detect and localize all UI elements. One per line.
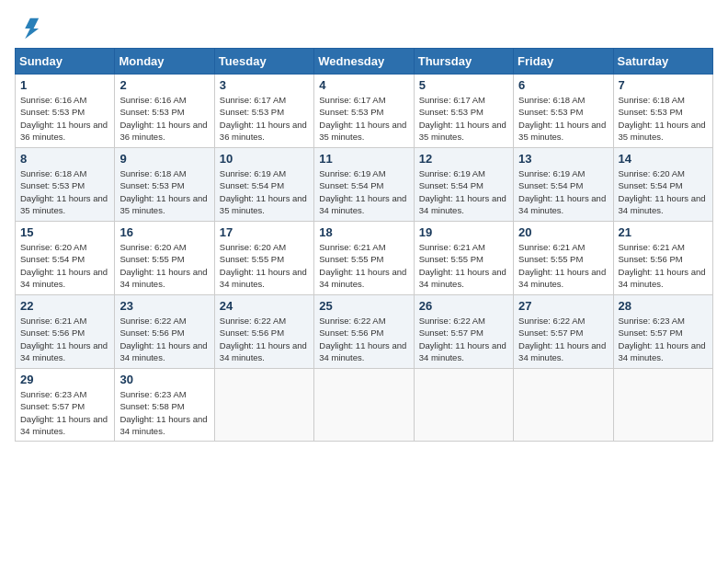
logo — [15, 15, 44, 40]
day-info: Sunrise: 6:21 AMSunset: 5:55 PMDaylight:… — [518, 241, 608, 290]
calendar-week-1: 1Sunrise: 6:16 AMSunset: 5:53 PMDaylight… — [16, 75, 713, 148]
day-info: Sunrise: 6:20 AMSunset: 5:54 PMDaylight:… — [619, 167, 708, 216]
day-info: Sunrise: 6:20 AMSunset: 5:54 PMDaylight:… — [20, 241, 109, 290]
day-info: Sunrise: 6:23 AMSunset: 5:58 PMDaylight:… — [119, 388, 209, 437]
calendar-cell: 9Sunrise: 6:18 AMSunset: 5:53 PMDaylight… — [115, 148, 214, 222]
day-number: 6 — [518, 78, 608, 92]
day-number: 2 — [119, 78, 209, 92]
day-number: 22 — [20, 299, 109, 313]
day-info: Sunrise: 6:18 AMSunset: 5:53 PMDaylight:… — [119, 167, 209, 216]
day-number: 25 — [319, 299, 408, 313]
day-number: 30 — [119, 373, 209, 386]
calendar-cell: 14Sunrise: 6:20 AMSunset: 5:54 PMDayligh… — [613, 148, 712, 222]
calendar-week-2: 8Sunrise: 6:18 AMSunset: 5:53 PMDaylight… — [16, 148, 713, 222]
calendar-cell: 27Sunrise: 6:22 AMSunset: 5:57 PMDayligh… — [514, 295, 613, 369]
calendar-cell: 21Sunrise: 6:21 AMSunset: 5:56 PMDayligh… — [613, 222, 712, 295]
day-number: 18 — [319, 225, 408, 239]
day-info: Sunrise: 6:21 AMSunset: 5:56 PMDaylight:… — [20, 315, 109, 363]
calendar-cell: 6Sunrise: 6:18 AMSunset: 5:53 PMDaylight… — [514, 75, 613, 148]
day-number: 10 — [220, 152, 309, 166]
calendar-header — [15, 15, 713, 40]
weekday-header-tuesday: Tuesday — [214, 49, 313, 75]
day-info: Sunrise: 6:22 AMSunset: 5:56 PMDaylight:… — [319, 315, 408, 363]
day-number: 14 — [619, 152, 708, 166]
calendar-cell: 8Sunrise: 6:18 AMSunset: 5:53 PMDaylight… — [16, 148, 115, 222]
day-info: Sunrise: 6:20 AMSunset: 5:55 PMDaylight:… — [119, 241, 209, 290]
day-info: Sunrise: 6:17 AMSunset: 5:53 PMDaylight:… — [220, 94, 309, 143]
day-info: Sunrise: 6:22 AMSunset: 5:56 PMDaylight:… — [119, 315, 209, 363]
day-info: Sunrise: 6:17 AMSunset: 5:53 PMDaylight:… — [419, 94, 508, 143]
calendar-cell: 26Sunrise: 6:22 AMSunset: 5:57 PMDayligh… — [414, 295, 513, 369]
weekday-header-friday: Friday — [514, 49, 613, 75]
calendar-cell — [214, 369, 313, 442]
day-info: Sunrise: 6:22 AMSunset: 5:57 PMDaylight:… — [518, 315, 608, 363]
calendar-cell: 25Sunrise: 6:22 AMSunset: 5:56 PMDayligh… — [314, 295, 414, 369]
day-number: 4 — [319, 78, 408, 92]
day-number: 9 — [119, 152, 209, 166]
day-info: Sunrise: 6:17 AMSunset: 5:53 PMDaylight:… — [319, 94, 408, 143]
calendar-cell: 28Sunrise: 6:23 AMSunset: 5:57 PMDayligh… — [613, 295, 712, 369]
day-info: Sunrise: 6:16 AMSunset: 5:53 PMDaylight:… — [20, 94, 109, 143]
day-info: Sunrise: 6:22 AMSunset: 5:56 PMDaylight:… — [220, 315, 309, 363]
calendar-cell: 16Sunrise: 6:20 AMSunset: 5:55 PMDayligh… — [115, 222, 214, 295]
day-number: 8 — [20, 152, 109, 166]
calendar-cell: 17Sunrise: 6:20 AMSunset: 5:55 PMDayligh… — [214, 222, 313, 295]
calendar-cell: 7Sunrise: 6:18 AMSunset: 5:53 PMDaylight… — [613, 75, 712, 148]
day-info: Sunrise: 6:19 AMSunset: 5:54 PMDaylight:… — [220, 167, 309, 216]
weekday-header-wednesday: Wednesday — [314, 49, 414, 75]
calendar-cell: 10Sunrise: 6:19 AMSunset: 5:54 PMDayligh… — [214, 148, 313, 222]
day-number: 17 — [220, 225, 309, 239]
day-number: 3 — [220, 78, 309, 92]
weekday-header-saturday: Saturday — [613, 49, 712, 75]
calendar-cell: 23Sunrise: 6:22 AMSunset: 5:56 PMDayligh… — [115, 295, 214, 369]
calendar-cell — [314, 369, 414, 442]
day-number: 1 — [20, 78, 109, 92]
day-number: 15 — [20, 225, 109, 239]
calendar-cell: 22Sunrise: 6:21 AMSunset: 5:56 PMDayligh… — [16, 295, 115, 369]
day-info: Sunrise: 6:19 AMSunset: 5:54 PMDaylight:… — [419, 167, 508, 216]
day-number: 19 — [419, 225, 508, 239]
day-info: Sunrise: 6:19 AMSunset: 5:54 PMDaylight:… — [518, 167, 608, 216]
calendar-table: SundayMondayTuesdayWednesdayThursdayFrid… — [15, 48, 713, 442]
logo-icon — [15, 15, 40, 40]
day-number: 11 — [319, 152, 408, 166]
day-info: Sunrise: 6:18 AMSunset: 5:53 PMDaylight:… — [518, 94, 608, 143]
calendar-cell — [514, 369, 613, 442]
day-number: 21 — [619, 225, 708, 239]
weekday-header-row: SundayMondayTuesdayWednesdayThursdayFrid… — [16, 49, 713, 75]
calendar-cell — [613, 369, 712, 442]
day-info: Sunrise: 6:23 AMSunset: 5:57 PMDaylight:… — [619, 315, 708, 363]
calendar-week-5: 29Sunrise: 6:23 AMSunset: 5:57 PMDayligh… — [16, 369, 713, 442]
calendar-cell: 2Sunrise: 6:16 AMSunset: 5:53 PMDaylight… — [115, 75, 214, 148]
weekday-header-thursday: Thursday — [414, 49, 513, 75]
day-info: Sunrise: 6:23 AMSunset: 5:57 PMDaylight:… — [20, 388, 109, 437]
day-number: 28 — [619, 299, 708, 313]
calendar-cell: 20Sunrise: 6:21 AMSunset: 5:55 PMDayligh… — [514, 222, 613, 295]
calendar-cell: 4Sunrise: 6:17 AMSunset: 5:53 PMDaylight… — [314, 75, 414, 148]
weekday-header-monday: Monday — [115, 49, 214, 75]
day-info: Sunrise: 6:21 AMSunset: 5:56 PMDaylight:… — [619, 241, 708, 290]
day-info: Sunrise: 6:18 AMSunset: 5:53 PMDaylight:… — [619, 94, 708, 143]
day-info: Sunrise: 6:22 AMSunset: 5:57 PMDaylight:… — [419, 315, 508, 363]
day-info: Sunrise: 6:20 AMSunset: 5:55 PMDaylight:… — [220, 241, 309, 290]
day-number: 24 — [220, 299, 309, 313]
calendar-cell — [414, 369, 513, 442]
day-number: 12 — [419, 152, 508, 166]
calendar-cell: 19Sunrise: 6:21 AMSunset: 5:55 PMDayligh… — [414, 222, 513, 295]
day-number: 29 — [20, 373, 109, 386]
calendar-cell: 15Sunrise: 6:20 AMSunset: 5:54 PMDayligh… — [16, 222, 115, 295]
weekday-header-sunday: Sunday — [16, 49, 115, 75]
day-number: 7 — [619, 78, 708, 92]
calendar-week-4: 22Sunrise: 6:21 AMSunset: 5:56 PMDayligh… — [16, 295, 713, 369]
calendar-cell: 29Sunrise: 6:23 AMSunset: 5:57 PMDayligh… — [16, 369, 115, 442]
day-number: 16 — [119, 225, 209, 239]
day-number: 27 — [518, 299, 608, 313]
day-number: 26 — [419, 299, 508, 313]
calendar-cell: 11Sunrise: 6:19 AMSunset: 5:54 PMDayligh… — [314, 148, 414, 222]
calendar-cell: 1Sunrise: 6:16 AMSunset: 5:53 PMDaylight… — [16, 75, 115, 148]
calendar-cell: 18Sunrise: 6:21 AMSunset: 5:55 PMDayligh… — [314, 222, 414, 295]
day-info: Sunrise: 6:18 AMSunset: 5:53 PMDaylight:… — [20, 167, 109, 216]
calendar-cell: 30Sunrise: 6:23 AMSunset: 5:58 PMDayligh… — [115, 369, 214, 442]
day-number: 20 — [518, 225, 608, 239]
calendar-week-3: 15Sunrise: 6:20 AMSunset: 5:54 PMDayligh… — [16, 222, 713, 295]
